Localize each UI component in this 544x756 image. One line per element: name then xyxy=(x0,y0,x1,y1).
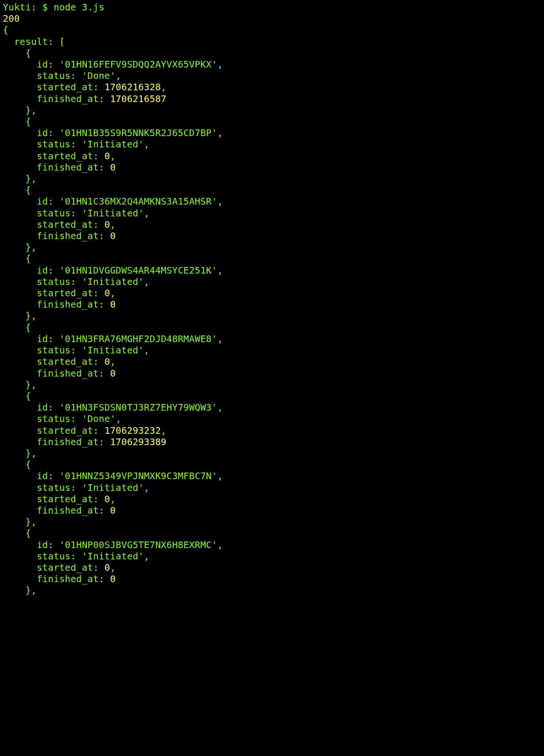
value-status: 'Initiated' xyxy=(82,139,144,150)
field-started-at: started_at xyxy=(37,82,93,93)
field-status: status xyxy=(37,482,71,493)
field-id: id xyxy=(37,196,48,207)
field-finished-at: finished_at xyxy=(37,299,99,310)
result-key: result xyxy=(14,36,48,47)
value-id: '01HN1C36MX2Q4AMKNS3A15AHSR' xyxy=(59,196,217,207)
field-finished-at: finished_at xyxy=(37,231,99,241)
value-id: '01HN16FEFV9SDQQ2AYVX65VPKX' xyxy=(59,59,217,70)
value-finished-at: 1706293389 xyxy=(110,437,166,447)
value-status: 'Initiated' xyxy=(82,551,144,562)
field-started-at: started_at xyxy=(37,151,93,162)
prompt-host: Yukti: xyxy=(3,2,37,13)
status-code: 200 xyxy=(3,13,20,24)
field-started-at: started_at xyxy=(37,288,93,299)
value-status: 'Initiated' xyxy=(82,276,144,287)
value-started-at: 0 xyxy=(104,288,110,299)
field-status: status xyxy=(37,139,71,150)
value-status: 'Done' xyxy=(82,70,116,81)
field-id: id xyxy=(37,540,48,550)
field-finished-at: finished_at xyxy=(37,574,99,584)
value-id: '01HNNZ5349VPJNMXK9C3MFBC7N' xyxy=(59,471,217,481)
field-finished-at: finished_at xyxy=(37,162,99,173)
value-status: 'Done' xyxy=(82,413,116,424)
value-finished-at: 0 xyxy=(110,231,116,241)
field-started-at: started_at xyxy=(37,356,93,367)
value-started-at: 0 xyxy=(104,356,110,367)
value-finished-at: 1706216587 xyxy=(110,94,166,104)
value-finished-at: 0 xyxy=(110,574,116,584)
field-id: id xyxy=(37,265,48,276)
value-started-at: 1706293232 xyxy=(104,425,161,436)
value-id: '01HN3FRA76MGHF2DJD48RMAWE8' xyxy=(59,334,217,344)
value-status: 'Initiated' xyxy=(82,208,144,219)
field-id: id xyxy=(37,402,48,413)
field-finished-at: finished_at xyxy=(37,505,99,516)
value-started-at: 0 xyxy=(104,494,110,505)
field-status: status xyxy=(37,551,71,562)
value-finished-at: 0 xyxy=(110,505,116,516)
field-status: status xyxy=(37,208,71,219)
value-started-at: 1706216328 xyxy=(104,82,161,93)
field-id: id xyxy=(37,59,48,70)
value-started-at: 0 xyxy=(104,562,110,573)
value-started-at: 0 xyxy=(104,151,110,162)
field-finished-at: finished_at xyxy=(37,368,99,379)
prompt-command: node 3.js xyxy=(54,2,104,13)
field-status: status xyxy=(37,345,71,356)
terminal-output[interactable]: Yukti: $ node 3.js 200 { result: [ { id:… xyxy=(0,0,544,599)
field-started-at: started_at xyxy=(37,494,93,505)
value-id: '01HN3FSDSN0TJ3RZ7EHY79WQW3' xyxy=(59,402,217,413)
field-id: id xyxy=(37,128,48,138)
value-id: '01HNP00SJBVG5TE7NX6H8EXRMC' xyxy=(59,540,217,550)
value-started-at: 0 xyxy=(104,219,110,230)
field-id: id xyxy=(37,334,48,344)
value-status: 'Initiated' xyxy=(82,345,144,356)
value-finished-at: 0 xyxy=(110,162,116,173)
prompt-symbol: $ xyxy=(43,2,48,13)
field-status: status xyxy=(37,413,71,424)
field-status: status xyxy=(37,70,71,81)
field-finished-at: finished_at xyxy=(37,94,99,104)
value-finished-at: 0 xyxy=(110,299,116,310)
value-status: 'Initiated' xyxy=(82,482,144,493)
value-id: '01HN1B35S9R5NNK5R2J65CD7BP' xyxy=(59,128,217,138)
value-id: '01HN1DVGGDWS4AR44MSYCE251K' xyxy=(59,265,217,276)
field-status: status xyxy=(37,276,71,287)
field-started-at: started_at xyxy=(37,219,93,230)
field-finished-at: finished_at xyxy=(37,437,99,447)
brace-open: { xyxy=(3,25,9,35)
field-id: id xyxy=(37,471,48,481)
field-started-at: started_at xyxy=(37,425,93,436)
value-finished-at: 0 xyxy=(110,368,116,379)
field-started-at: started_at xyxy=(37,562,93,573)
